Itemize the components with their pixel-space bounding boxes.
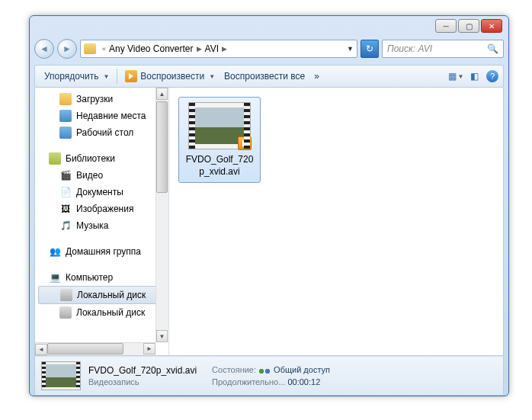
breadcrumb-prefix: « [102,45,106,53]
state-label: Состояние: [212,365,256,374]
tree-item-images[interactable]: 🖼Изображения [35,200,168,217]
search-input[interactable]: Поиск: AVI 🔍 [382,40,504,58]
scrollbar-thumb[interactable] [156,101,168,193]
minimize-button[interactable]: ─ [435,19,457,33]
computer-icon: 💻 [49,271,61,284]
scrollbar-thumb[interactable] [47,343,123,354]
tree-item-homegroup[interactable]: 👥Домашняя группа [35,243,168,260]
forward-button[interactable]: ► [57,39,77,59]
tree-item-video[interactable]: 🎬Видео [35,167,168,184]
scroll-up-button[interactable]: ▲ [156,88,168,100]
chevron-down-icon[interactable]: ▼ [347,45,354,53]
tree-item-libraries[interactable]: Библиотеки [35,150,168,167]
vertical-scrollbar[interactable]: ▲ ▼ [155,88,168,342]
scroll-down-button[interactable]: ▼ [156,330,168,342]
document-icon: 📄 [59,186,72,198]
file-list[interactable]: FVDO_Golf_720p_xvid.avi [169,88,503,355]
folder-icon [59,93,72,105]
thumbnail-image [195,107,244,144]
chevron-right-icon: ▶ [222,45,227,53]
desktop-icon [59,127,72,139]
search-placeholder: Поиск: AVI [387,43,432,54]
explorer-window: ─ ▢ ✕ ◄ ► « Any Video Converter ▶ AVI ▶ … [29,15,509,396]
tree-item-music[interactable]: 🎵Музыка [35,217,168,234]
close-button[interactable]: ✕ [481,19,502,33]
play-overlay-icon [238,136,252,150]
horizontal-scrollbar[interactable]: ◄ ► [35,342,155,355]
play-button[interactable]: Воспроизвести ▼ [120,68,220,85]
drive-icon [59,306,72,319]
recent-icon [59,110,72,122]
tree-item-desktop[interactable]: Рабочий стол [35,124,168,141]
share-icon [258,367,271,376]
address-bar[interactable]: « Any Video Converter ▶ AVI ▶ ▼ [80,40,357,58]
video-icon: 🎬 [59,169,72,181]
preview-pane-button[interactable]: ◧ [468,70,480,82]
back-button[interactable]: ◄ [34,39,54,59]
scroll-right-button[interactable]: ► [143,343,155,354]
tree-item-documents[interactable]: 📄Документы [35,184,168,200]
details-thumbnail [41,361,81,390]
tree-item-computer[interactable]: 💻Компьютер [35,269,168,286]
breadcrumb-item[interactable]: AVI [205,43,219,54]
file-item[interactable]: FVDO_Golf_720p_xvid.avi [178,97,261,183]
scroll-left-button[interactable]: ◄ [35,344,47,355]
nav-bar: ◄ ► « Any Video Converter ▶ AVI ▶ ▼ ↻ По… [34,37,504,60]
state-value: Общий доступ [274,365,330,374]
details-filename: FVDO_Golf_720p_xvid.avi [88,365,197,376]
more-button[interactable]: » [309,69,324,84]
image-icon: 🖼 [59,203,72,215]
tree-item-downloads[interactable]: Загрузки [35,91,168,107]
content-area: Загрузки Недавние места Рабочий стол Биб… [34,88,504,356]
breadcrumb-item[interactable]: Any Video Converter [109,43,194,54]
chevron-right-icon: ▶ [197,45,202,53]
help-button[interactable]: ? [486,70,498,82]
video-thumbnail [188,102,251,149]
search-icon[interactable]: 🔍 [487,43,498,54]
tree-item-localdisk[interactable]: Локальный диск [35,304,168,321]
play-all-button[interactable]: Воспроизвести все [220,69,309,84]
navigation-tree: Загрузки Недавние места Рабочий стол Биб… [35,88,169,355]
chevron-down-icon: ▼ [209,73,215,80]
details-pane: FVDO_Golf_720p_xvid.avi Видеозапись Сост… [34,356,504,396]
window-controls: ─ ▢ ✕ [435,19,502,33]
file-name: FVDO_Golf_720p_xvid.avi [184,154,255,178]
organize-button[interactable]: Упорядочить ▼ [40,69,114,84]
details-filetype: Видеозапись [88,377,197,386]
tree-item-recent[interactable]: Недавние места [35,107,168,124]
separator [117,69,117,84]
view-options-button[interactable]: ▦▼ [450,70,462,82]
tree-item-localdisk[interactable]: Локальный диск [38,286,165,304]
refresh-button[interactable]: ↻ [361,40,379,58]
play-icon [125,70,137,82]
drive-icon [60,289,72,301]
duration-value: 00:00:12 [287,377,320,386]
music-icon: 🎵 [59,220,72,232]
duration-label: Продолжительно... [212,377,285,386]
homegroup-icon: 👥 [49,245,61,258]
folder-icon [84,43,96,54]
maximize-button[interactable]: ▢ [458,19,479,33]
chevron-down-icon: ▼ [103,73,109,80]
toolbar: Упорядочить ▼ Воспроизвести ▼ Воспроизве… [34,65,504,88]
library-icon [49,152,61,165]
